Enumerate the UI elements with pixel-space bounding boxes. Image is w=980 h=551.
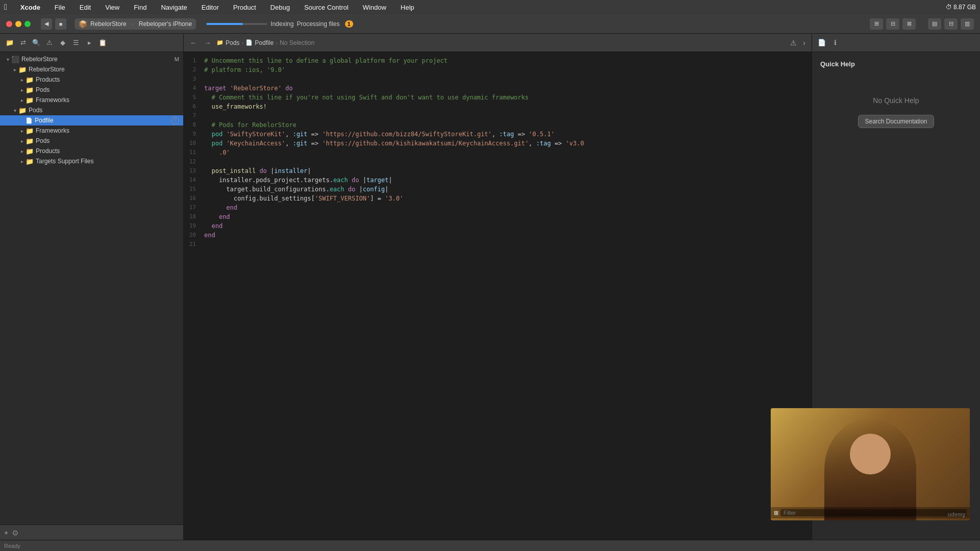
scheme-selector[interactable]: 📦 RebelorStore › Rebeloper's iPhone: [75, 18, 196, 30]
navigate-back-btn[interactable]: ←: [188, 38, 199, 48]
code-line-19: 19 end: [184, 221, 812, 231]
video-background: udemy ⊞: [771, 408, 970, 520]
back-forward-btn[interactable]: ◀: [41, 18, 52, 30]
menu-window[interactable]: Window: [360, 3, 389, 12]
menu-edit[interactable]: Edit: [77, 3, 94, 12]
sidebar: 📁 ⇄ 🔍 ⚠ ◆ ☰ ▸ 📋 ⬛ RebelorStore M: [0, 34, 184, 540]
folder-icon: 📁: [26, 147, 34, 155]
title-bar-right: ⊞ ⊟ ⊠ ▤ ⊟ ▥: [870, 18, 974, 30]
maximize-button[interactable]: [24, 21, 31, 27]
editor-warning-btn[interactable]: ⚠: [788, 38, 799, 48]
help-icon[interactable]: ?: [171, 116, 179, 124]
line-number: 14: [184, 176, 202, 185]
line-number: 6: [184, 102, 202, 111]
sidebar-item-label: Products: [36, 147, 179, 155]
breadcrumb-no-selection[interactable]: No Selection: [280, 39, 314, 46]
device-name: Rebeloper's iPhone: [139, 20, 192, 28]
hide-navigator-btn[interactable]: ▤: [928, 18, 941, 30]
tree-arrow-icon: [18, 148, 26, 154]
menu-xcode[interactable]: Xcode: [17, 3, 43, 12]
apple-logo-icon[interactable]: : [4, 3, 7, 12]
sidebar-toolbar: 📁 ⇄ 🔍 ⚠ ◆ ☰ ▸ 📋: [0, 34, 183, 52]
scheme-separator: ›: [132, 20, 134, 28]
menu-debug[interactable]: Debug: [267, 3, 293, 12]
add-file-button[interactable]: +: [4, 529, 8, 537]
sidebar-bottom-filter[interactable]: ⊙: [12, 529, 18, 537]
sidebar-item-pods-1[interactable]: 📁 Pods: [0, 85, 183, 95]
line-content: # platform :ios, '9.0': [202, 65, 812, 74]
menu-time: ⏱ 8.87 GB: [946, 4, 976, 11]
standard-editor-btn[interactable]: ⊞: [870, 18, 883, 30]
folder-icon: 📁: [26, 137, 34, 145]
menu-find[interactable]: Find: [131, 3, 150, 12]
breadcrumb-pods[interactable]: Pods: [226, 39, 239, 46]
sidebar-diff-btn[interactable]: ⇄: [17, 37, 29, 48]
sidebar-debug-btn[interactable]: ☰: [70, 37, 82, 48]
sidebar-item-pods-2[interactable]: 📁 Pods: [0, 136, 183, 146]
qh-file-btn[interactable]: 📄: [816, 37, 827, 48]
hide-debug-btn[interactable]: ⊟: [944, 18, 958, 30]
line-number: 13: [184, 166, 202, 176]
sidebar-item-podfile[interactable]: 📄 Podfile ?: [0, 115, 183, 126]
video-head: [850, 434, 891, 474]
breadcrumb-file-icon: 📄: [246, 39, 253, 46]
sidebar-item-rebelorstore-child[interactable]: 📁 RebelorStore: [0, 64, 183, 74]
line-content: pod 'SwiftyStoreKit', :git => 'https://g…: [202, 130, 812, 139]
menu-product[interactable]: Product: [230, 3, 259, 12]
sidebar-item-products-1[interactable]: 📁 Products: [0, 74, 183, 85]
sidebar-folder-btn[interactable]: 📁: [4, 37, 15, 48]
sidebar-test-btn[interactable]: ◆: [57, 37, 68, 48]
close-button[interactable]: [6, 21, 12, 27]
line-number: 15: [184, 185, 202, 194]
menu-editor[interactable]: Editor: [199, 3, 222, 12]
title-bar-controls: ◀ ■: [41, 18, 66, 30]
sidebar-item-frameworks-2[interactable]: 📁 Frameworks: [0, 126, 183, 136]
line-content: # Comment this line if you're not using …: [202, 93, 812, 102]
line-number: 7: [184, 111, 202, 120]
code-line-14: 14 installer.pods_project.targets.each d…: [184, 176, 812, 185]
sidebar-item-label: RebelorStore: [29, 66, 179, 73]
menu-source-control[interactable]: Source Control: [301, 3, 352, 12]
sidebar-item-label: Podfile: [35, 117, 169, 124]
line-number: 17: [184, 203, 202, 212]
video-filter-input[interactable]: [780, 509, 967, 516]
hide-inspector-btn[interactable]: ▥: [961, 18, 974, 30]
sidebar-warning-btn[interactable]: ⚠: [44, 37, 55, 48]
line-content: target 'RebelorStore' do: [202, 84, 812, 93]
line-content: # Pods for RebelorStore: [202, 120, 812, 130]
code-editor[interactable]: 1 # Uncomment this line to define a glob…: [184, 52, 812, 540]
code-line-16: 16 config.build_settings['SWIFT_VERSION'…: [184, 194, 812, 203]
sidebar-item-targets-support[interactable]: 📁 Targets Support Files: [0, 156, 183, 166]
menu-file[interactable]: File: [52, 3, 68, 12]
stop-btn[interactable]: ■: [55, 18, 66, 30]
warning-badge[interactable]: 1: [345, 20, 353, 28]
sidebar-report-btn[interactable]: 📋: [97, 37, 108, 48]
video-overlay: udemy ⊞: [771, 408, 970, 520]
code-line-17: 17 end: [184, 203, 812, 212]
editor-next-btn[interactable]: ›: [801, 38, 807, 48]
line-content: end: [202, 203, 812, 212]
sidebar-item-rebelorstore-root[interactable]: ⬛ RebelorStore M: [0, 54, 183, 64]
sidebar-item-products-2[interactable]: 📁 Products: [0, 146, 183, 156]
minimize-button[interactable]: [15, 21, 21, 27]
sidebar-breakpoint-btn[interactable]: ▸: [84, 37, 95, 48]
sidebar-search-btn[interactable]: 🔍: [31, 37, 42, 48]
menu-navigate[interactable]: Navigate: [158, 3, 190, 12]
sidebar-item-pods-root[interactable]: 📁 Pods: [0, 105, 183, 115]
code-line-6: 6 use_frameworks!: [184, 102, 812, 111]
breadcrumb-sep-2: ›: [276, 39, 278, 46]
quick-help-title: Quick Help: [820, 60, 855, 68]
menu-view[interactable]: View: [102, 3, 122, 12]
qh-info-btn[interactable]: ℹ: [829, 37, 841, 48]
video-grid-btn[interactable]: ⊞: [774, 510, 778, 516]
breadcrumb-sep-1: ›: [241, 39, 243, 46]
sidebar-item-frameworks-1[interactable]: 📁 Frameworks: [0, 95, 183, 105]
tree-arrow-icon: [11, 67, 18, 72]
menu-help[interactable]: Help: [398, 3, 418, 12]
navigate-forward-btn[interactable]: →: [202, 38, 213, 48]
version-editor-btn[interactable]: ⊠: [902, 18, 916, 30]
code-line-4: 4 target 'RebelorStore' do: [184, 84, 812, 93]
assistant-editor-btn[interactable]: ⊟: [886, 18, 899, 30]
search-documentation-button[interactable]: Search Documentation: [858, 115, 934, 128]
breadcrumb-podfile[interactable]: Podfile: [255, 39, 274, 46]
